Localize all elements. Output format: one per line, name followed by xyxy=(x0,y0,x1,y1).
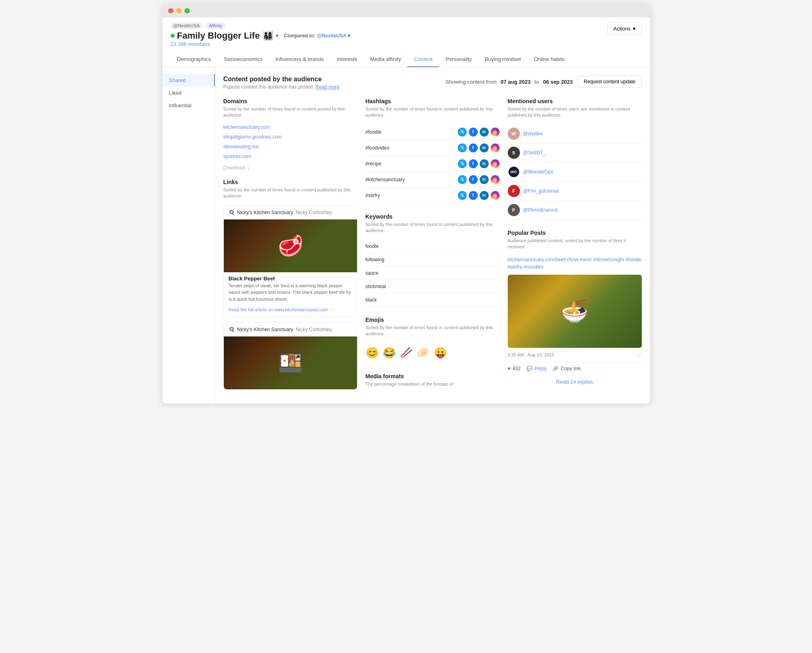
right-column: Mentioned users Sorted by the number of … xyxy=(508,98,642,395)
reply-icon: 💬 xyxy=(526,366,533,371)
twitter-icon[interactable]: 𝕏 xyxy=(458,159,467,168)
tab-socioeconomics[interactable]: Socioeconomics xyxy=(217,52,269,67)
page-title: Family Blogger Life 👨‍👩‍👧‍👦 ▾ Compared t… xyxy=(171,30,351,41)
sidebar: Shared Liked Influential xyxy=(162,67,215,404)
keyword-2: sauce xyxy=(366,267,500,280)
read-replies-button[interactable]: Read 14 replies xyxy=(508,375,642,385)
linkedin-icon[interactable]: in xyxy=(480,143,489,152)
actions-button[interactable]: Actions ▾ xyxy=(607,22,642,35)
like-action[interactable]: ♥ 432 xyxy=(508,366,521,371)
mentioned-user-4: P @PkmnBrainrot xyxy=(508,201,642,220)
instagram-icon[interactable]: ◎ xyxy=(491,143,500,152)
tab-media-affinity[interactable]: Media affinity xyxy=(364,52,407,67)
facebook-icon[interactable]: f xyxy=(469,191,478,200)
content-area: Shared Liked Influential Content posted … xyxy=(162,67,650,404)
three-col-grid: Domains Sorted by the number of times fo… xyxy=(223,98,642,395)
tab-content[interactable]: Content xyxy=(407,52,439,67)
affinity-tag: Affinity xyxy=(206,22,225,29)
twitter-icon[interactable]: 𝕏 xyxy=(458,143,467,152)
post-image-visual: 🍜 xyxy=(508,275,642,348)
minimize-button[interactable] xyxy=(176,8,182,13)
read-more-link[interactable]: Read more xyxy=(315,84,339,90)
heart-icon: ♥ xyxy=(508,366,511,371)
link-card-image-0: 🥩 xyxy=(224,219,357,272)
twitter-icon[interactable]: 𝕏 xyxy=(458,191,467,200)
close-button[interactable] xyxy=(168,8,173,13)
linkedin-icon[interactable]: in xyxy=(480,175,489,184)
facebook-icon[interactable]: f xyxy=(469,143,478,152)
emojis-title: Emojis xyxy=(366,317,500,323)
hashtags-section: Hashtags Sorted by the number of times f… xyxy=(366,98,500,204)
title-chevron-icon[interactable]: ▾ xyxy=(276,33,278,39)
compare-chevron-icon[interactable]: ▾ xyxy=(348,33,350,39)
tab-interests[interactable]: Interests xyxy=(330,52,364,67)
user-handle-1[interactable]: @SH00T_ xyxy=(523,150,546,156)
avatar-2: WO xyxy=(508,166,520,178)
linkedin-icon[interactable]: in xyxy=(480,159,489,168)
request-update-button[interactable]: Request content update xyxy=(578,76,641,88)
hashtag-social-icons-3: 𝕏 f in ◎ xyxy=(458,175,500,184)
popular-posts-desc: Audience published content, sorted by th… xyxy=(508,238,642,250)
mentioned-user-3: F @Fini_golosinas xyxy=(508,182,642,201)
link-author-1: Nicky Corbishley xyxy=(296,327,332,332)
linkedin-icon[interactable]: in xyxy=(480,191,489,200)
brand-tag: @NestleUSA xyxy=(171,22,203,29)
compared-to-link[interactable]: @NestleUSA xyxy=(317,33,346,39)
actions-chevron-icon: ▾ xyxy=(633,26,636,32)
instagram-icon[interactable]: ◎ xyxy=(491,128,500,137)
sidebar-item-influential[interactable]: Influential xyxy=(162,99,215,112)
main-content: Content posted by the audience Popular c… xyxy=(215,67,650,404)
tab-buying-mindset[interactable]: Buying mindset xyxy=(478,52,527,67)
avatar-4: P xyxy=(508,204,520,216)
tab-personality[interactable]: Personality xyxy=(439,52,478,67)
twitter-icon[interactable]: 𝕏 xyxy=(458,128,467,137)
tab-demographics[interactable]: Demographics xyxy=(171,52,218,67)
sidebar-item-liked[interactable]: Liked xyxy=(162,87,215,99)
emojis-section: Emojis Sorted by the number of times fou… xyxy=(366,317,500,364)
links-title: Links xyxy=(223,179,357,185)
facebook-icon[interactable]: f xyxy=(469,128,478,137)
post-actions: ♥ 432 💬 Reply 🔗 Copy link xyxy=(508,362,642,375)
sidebar-item-shared[interactable]: Shared xyxy=(162,74,215,87)
domain-link-0[interactable]: kitchensanctuary.com xyxy=(223,124,357,130)
user-handle-0[interactable]: @wydkw xyxy=(523,131,543,137)
mentioned-users-title: Mentioned users xyxy=(508,98,642,104)
instagram-icon[interactable]: ◎ xyxy=(491,175,500,184)
user-handle-2[interactable]: @WrestleOps xyxy=(523,169,554,175)
instagram-icon[interactable]: ◎ xyxy=(491,159,500,168)
section-title: Content posted by the audience xyxy=(223,76,340,83)
copy-link-action[interactable]: 🔗 Copy link xyxy=(552,366,580,371)
mentioned-users-desc: Sorted by the number of times users are … xyxy=(508,106,642,119)
facebook-icon[interactable]: f xyxy=(469,159,478,168)
tab-online-habits[interactable]: Online habits xyxy=(527,52,571,67)
compared-to-label: Compared to: @NestleUSA ▾ xyxy=(284,33,350,39)
info-icon: ⓘ xyxy=(637,352,642,358)
user-handle-4[interactable]: @PkmnBrainrot xyxy=(523,207,558,213)
tab-influencers[interactable]: Influencers & brands xyxy=(269,52,330,67)
link-source-1: Nicky's Kitchen Sanctuary xyxy=(237,327,293,332)
link-card-url-0[interactable]: Read the full article on www.kitchensanc… xyxy=(224,306,357,316)
hashtag-social-icons-2: 𝕏 f in ◎ xyxy=(458,159,500,168)
linkedin-icon[interactable]: in xyxy=(480,128,489,137)
post-link[interactable]: kitchensanctuary.com/beef-chow-mein/ #di… xyxy=(508,256,642,271)
section-subtitle: Popular content this audience has posted… xyxy=(223,84,340,90)
domain-link-2[interactable]: stevekeating.me xyxy=(223,144,357,150)
domains-desc: Sorted by the number of times found in c… xyxy=(223,106,357,119)
domain-link-1[interactable]: shopdigiorno.goodnes.com xyxy=(223,134,357,140)
link-card-0: 🍳 Nicky's Kitchen Sanctuary Nicky Corbis… xyxy=(223,205,357,317)
popular-posts-section: Popular Posts Audience published content… xyxy=(508,230,642,385)
user-handle-3[interactable]: @Fini_golosinas xyxy=(523,188,559,194)
domains-section: Domains Sorted by the number of times fo… xyxy=(223,98,357,395)
mentioned-users-section: Mentioned users Sorted by the number of … xyxy=(508,98,642,220)
instagram-icon[interactable]: ◎ xyxy=(491,191,500,200)
keywords-section: Keywords Sorted by the number of times f… xyxy=(366,213,500,307)
maximize-button[interactable] xyxy=(184,8,190,13)
twitter-icon[interactable]: 𝕏 xyxy=(458,175,467,184)
reply-action[interactable]: 💬 Reply xyxy=(526,366,547,371)
download-button[interactable]: Download ↓ xyxy=(223,165,357,171)
domain-link-3[interactable]: sporked.com xyxy=(223,154,357,159)
link-card-title-0: Black Pepper Beef xyxy=(224,272,357,282)
hashtag-social-icons-1: 𝕏 f in ◎ xyxy=(458,143,500,152)
post-image: 🍜 xyxy=(508,275,642,348)
facebook-icon[interactable]: f xyxy=(469,175,478,184)
